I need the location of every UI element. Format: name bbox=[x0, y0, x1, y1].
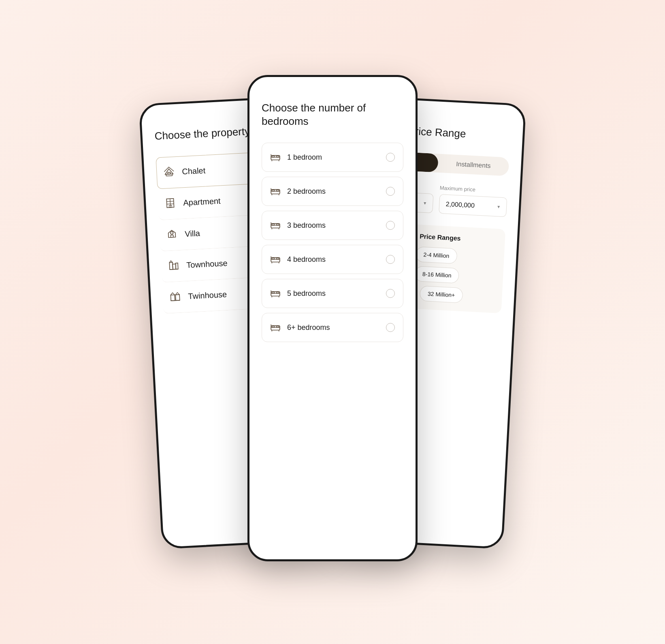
svg-rect-13 bbox=[175, 294, 179, 300]
bedroom-1-radio[interactable] bbox=[386, 153, 395, 162]
bedroom-6plus-label: 6+ bedrooms bbox=[287, 323, 330, 332]
svg-rect-10 bbox=[176, 263, 178, 269]
max-price-value: 2,000,000 bbox=[445, 200, 475, 209]
max-price-select[interactable]: 2,000,000 ▾ bbox=[439, 194, 507, 217]
bedroom-item-4[interactable]: 4 bedrooms bbox=[262, 245, 403, 274]
bed-icon-4 bbox=[270, 254, 281, 265]
bed-icon-6plus bbox=[270, 322, 281, 333]
price-tag-2-4m[interactable]: 2-4 Million bbox=[416, 246, 458, 263]
bedroom-item-1[interactable]: 1 bedroom bbox=[262, 143, 403, 172]
min-price-chevron: ▾ bbox=[424, 200, 426, 205]
svg-rect-23 bbox=[276, 224, 279, 225]
apartment-icon bbox=[164, 197, 177, 210]
bed-icon-2 bbox=[270, 186, 281, 197]
bedroom-6plus-content: 6+ bedrooms bbox=[270, 322, 330, 333]
townhouse-label: Townhouse bbox=[186, 259, 228, 270]
bedroom-item-3[interactable]: 3 bedrooms bbox=[262, 211, 403, 240]
svg-line-11 bbox=[170, 269, 178, 269]
svg-rect-16 bbox=[272, 156, 275, 157]
bedroom-4-label: 4 bedrooms bbox=[287, 255, 326, 264]
bedroom-item-2[interactable]: 2 bedrooms bbox=[262, 177, 403, 206]
max-price-label: Maximum price bbox=[440, 184, 508, 194]
bedroom-1-label: 1 bedroom bbox=[287, 153, 322, 162]
bedroom-3-radio[interactable] bbox=[386, 221, 395, 230]
svg-rect-25 bbox=[272, 258, 275, 259]
bedroom-3-content: 3 bedrooms bbox=[270, 220, 326, 231]
bed-icon-3 bbox=[270, 220, 281, 231]
svg-line-14 bbox=[171, 300, 180, 300]
svg-rect-22 bbox=[272, 224, 275, 225]
price-tag-32m-plus[interactable]: 32 Million+ bbox=[420, 285, 463, 303]
svg-rect-32 bbox=[276, 326, 279, 327]
bedroom-item-5[interactable]: 5 bedrooms bbox=[262, 279, 403, 308]
bedroom-5-content: 5 bedrooms bbox=[270, 288, 326, 299]
twinhouse-label: Twinhouse bbox=[188, 290, 227, 301]
svg-rect-31 bbox=[272, 326, 275, 327]
max-price-field: Maximum price 2,000,000 ▾ bbox=[439, 184, 508, 217]
svg-rect-12 bbox=[171, 295, 175, 301]
svg-rect-17 bbox=[276, 156, 279, 157]
bedroom-item-6plus[interactable]: 6+ bedrooms bbox=[262, 313, 403, 342]
bedroom-1-content: 1 bedroom bbox=[270, 152, 322, 163]
bedroom-6plus-radio[interactable] bbox=[386, 323, 395, 332]
chalet-label: Chalet bbox=[182, 166, 206, 176]
bedroom-5-radio[interactable] bbox=[386, 289, 395, 298]
svg-point-6 bbox=[171, 231, 173, 234]
svg-rect-19 bbox=[272, 190, 275, 191]
chalet-icon bbox=[163, 166, 175, 179]
villa-label: Villa bbox=[185, 229, 200, 239]
svg-rect-26 bbox=[276, 258, 279, 259]
installments-toggle-btn[interactable]: Installments bbox=[437, 154, 509, 176]
bedroom-2-content: 2 bedrooms bbox=[270, 186, 326, 197]
bedroom-2-label: 2 bedrooms bbox=[287, 187, 326, 196]
price-tag-8-16m[interactable]: 8-16 Million bbox=[414, 265, 459, 283]
bedroom-3-label: 3 bedrooms bbox=[287, 221, 326, 230]
screens-container: Choose the property type Chalet bbox=[150, 59, 515, 586]
townhouse-icon bbox=[168, 259, 180, 272]
svg-rect-29 bbox=[276, 292, 279, 293]
villa-icon bbox=[166, 228, 178, 241]
screen-bedrooms: Choose the number of bedrooms 1 bedroom bbox=[247, 75, 418, 561]
bedroom-list: 1 bedroom 2 bedrooms bbox=[262, 143, 403, 342]
svg-rect-20 bbox=[276, 190, 279, 191]
bedroom-4-radio[interactable] bbox=[386, 255, 395, 264]
bed-icon-1 bbox=[270, 152, 281, 163]
svg-rect-7 bbox=[171, 235, 173, 237]
bedroom-5-label: 5 bedrooms bbox=[287, 289, 326, 298]
svg-line-4 bbox=[170, 199, 171, 208]
max-price-chevron: ▾ bbox=[497, 204, 500, 210]
svg-rect-28 bbox=[272, 292, 275, 293]
twinhouse-icon bbox=[169, 290, 181, 304]
bedrooms-title: Choose the number of bedrooms bbox=[262, 101, 403, 129]
bedroom-4-content: 4 bedrooms bbox=[270, 254, 326, 265]
svg-rect-0 bbox=[168, 172, 171, 174]
apartment-label: Apartment bbox=[183, 196, 221, 208]
bedroom-2-radio[interactable] bbox=[386, 187, 395, 196]
bed-icon-5 bbox=[270, 288, 281, 299]
